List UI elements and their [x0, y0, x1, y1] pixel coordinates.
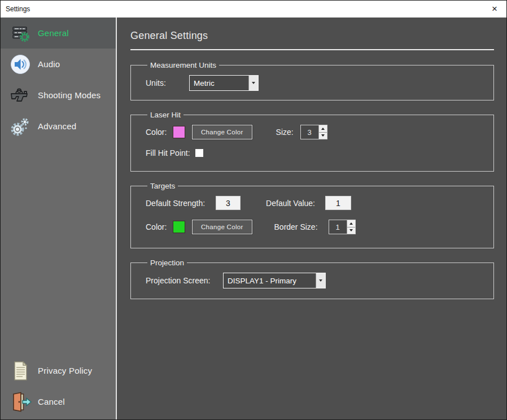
- sidebar-item-label: Shooting Modes: [38, 90, 100, 100]
- sidebar-item-privacy-policy[interactable]: Privacy Policy: [1, 355, 116, 386]
- page-title: General Settings: [130, 30, 494, 42]
- group-laser-hit: Laser Hit Color: Change Color Size: 3: [130, 111, 494, 172]
- units-dropdown-button[interactable]: [248, 76, 258, 90]
- chevron-down-icon: [252, 82, 255, 84]
- target-color-label: Color:: [146, 222, 173, 231]
- arrow-up-icon: [349, 222, 353, 225]
- projection-screen-dropdown[interactable]: DISPLAY1 - Primary: [223, 273, 326, 288]
- units-dropdown-value: Metric: [190, 76, 248, 90]
- spinner-up-button[interactable]: [319, 125, 327, 133]
- laser-size-label: Size:: [276, 128, 294, 137]
- chevron-down-icon: [319, 279, 322, 282]
- group-legend: Projection: [147, 259, 187, 267]
- sidebar-footer: Privacy Policy Cancel: [1, 355, 116, 419]
- sidebar-item-advanced[interactable]: Advanced: [1, 111, 116, 142]
- spinner-down-button[interactable]: [319, 133, 327, 139]
- general-settings-panel: General Settings Measurement Units Units…: [117, 18, 506, 419]
- spinner-up-button[interactable]: [347, 220, 355, 228]
- default-value-label: Default Value:: [241, 199, 315, 208]
- group-legend: Measurement Units: [147, 61, 219, 69]
- laser-color-swatch: [173, 126, 185, 138]
- default-value-input[interactable]: 1: [325, 196, 351, 210]
- gun-icon: [8, 84, 33, 107]
- audio-icon: [8, 54, 33, 75]
- projection-screen-label: Projection Screen:: [146, 276, 220, 285]
- arrow-up-icon: [321, 128, 325, 130]
- window-title: Settings: [1, 5, 30, 13]
- sidebar-item-label: Advanced: [38, 121, 76, 131]
- document-icon: [8, 360, 33, 382]
- border-size-spinner[interactable]: 1: [329, 220, 356, 234]
- sidebar-item-audio[interactable]: Audio: [1, 49, 116, 80]
- sidebar-item-label: Privacy Policy: [38, 366, 92, 375]
- fill-hit-point-label: Fill Hit Point:: [146, 148, 190, 158]
- units-label: Units:: [146, 78, 189, 88]
- laser-change-color-button[interactable]: Change Color: [192, 125, 252, 139]
- fill-hit-point-checkbox[interactable]: [195, 149, 203, 157]
- laser-size-spinner[interactable]: 3: [300, 125, 327, 139]
- projection-screen-dropdown-value: DISPLAY1 - Primary: [224, 273, 316, 288]
- units-dropdown[interactable]: Metric: [189, 75, 259, 91]
- group-projection: Projection Projection Screen: DISPLAY1 -…: [130, 259, 494, 299]
- sidebar-item-label: General: [38, 28, 69, 38]
- sidebar: General Audio: [1, 18, 117, 419]
- sidebar-item-label: Audio: [38, 59, 60, 69]
- laser-size-value[interactable]: 3: [301, 125, 318, 139]
- spinner-down-button[interactable]: [347, 228, 355, 234]
- default-strength-input[interactable]: 3: [216, 196, 241, 210]
- sidebar-item-general[interactable]: General: [1, 18, 116, 49]
- sidebar-item-cancel[interactable]: Cancel: [1, 386, 116, 417]
- target-change-color-button[interactable]: Change Color: [192, 220, 252, 234]
- border-size-label: Border Size:: [252, 222, 318, 231]
- sidebar-item-label: Cancel: [38, 397, 65, 406]
- sidebar-item-shooting-modes[interactable]: Shooting Modes: [1, 80, 116, 111]
- group-legend: Targets: [147, 182, 178, 190]
- group-targets: Targets Default Strength: 3 Default Valu…: [130, 182, 494, 248]
- general-icon: [8, 22, 33, 45]
- group-legend: Laser Hit: [147, 111, 183, 119]
- projection-screen-dropdown-button[interactable]: [316, 273, 325, 288]
- gears-icon: [8, 115, 33, 138]
- title-divider: [130, 49, 494, 50]
- target-color-swatch: [173, 221, 185, 233]
- arrow-down-icon: [321, 134, 325, 137]
- group-measurement-units: Measurement Units Units: Metric: [130, 61, 494, 100]
- laser-color-label: Color:: [146, 128, 173, 137]
- border-size-value[interactable]: 1: [329, 220, 347, 234]
- arrow-down-icon: [349, 229, 353, 231]
- close-icon[interactable]: ×: [483, 1, 506, 18]
- exit-door-icon: [8, 391, 33, 413]
- title-bar: Settings ×: [1, 1, 506, 18]
- settings-window: Settings ×: [0, 0, 507, 420]
- default-strength-label: Default Strength:: [146, 199, 216, 208]
